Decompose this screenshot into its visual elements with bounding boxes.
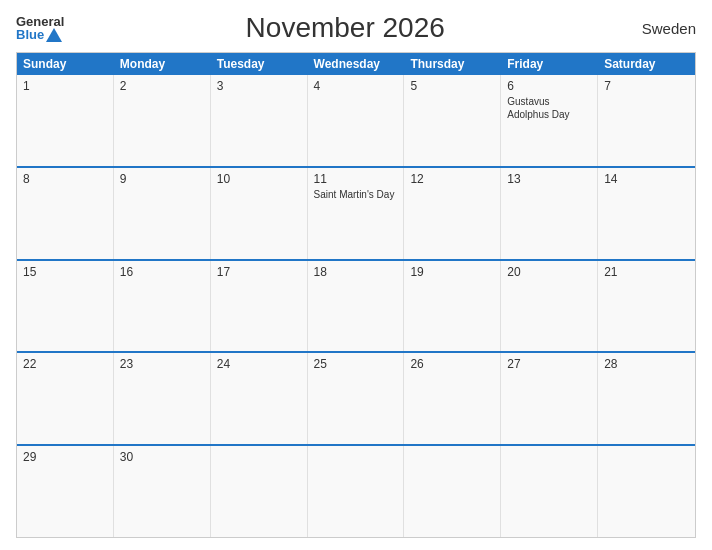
day-number: 23 — [120, 357, 204, 371]
day-cell: 22 — [17, 353, 114, 444]
day-number: 17 — [217, 265, 301, 279]
day-number: 28 — [604, 357, 689, 371]
day-cell: 29 — [17, 446, 114, 537]
day-number: 1 — [23, 79, 107, 93]
day-number: 13 — [507, 172, 591, 186]
week-row-1: 123456Gustavus Adolphus Day7 — [17, 75, 695, 166]
day-cell: 5 — [404, 75, 501, 166]
week-row-2: 891011Saint Martin's Day121314 — [17, 166, 695, 259]
day-cell: 28 — [598, 353, 695, 444]
day-cell: 25 — [308, 353, 405, 444]
week-row-3: 15161718192021 — [17, 259, 695, 352]
day-number: 19 — [410, 265, 494, 279]
logo-general-text: General — [16, 15, 64, 28]
day-header-tuesday: Tuesday — [211, 53, 308, 75]
day-number: 24 — [217, 357, 301, 371]
day-number: 29 — [23, 450, 107, 464]
day-cell: 7 — [598, 75, 695, 166]
day-number: 7 — [604, 79, 689, 93]
week-row-4: 22232425262728 — [17, 351, 695, 444]
day-cell: 30 — [114, 446, 211, 537]
day-cell: 19 — [404, 261, 501, 352]
day-cell: 10 — [211, 168, 308, 259]
day-header-sunday: Sunday — [17, 53, 114, 75]
event-label: Saint Martin's Day — [314, 188, 398, 201]
day-number: 11 — [314, 172, 398, 186]
day-header-monday: Monday — [114, 53, 211, 75]
day-number: 4 — [314, 79, 398, 93]
calendar-title: November 2026 — [64, 12, 626, 44]
day-cell: 23 — [114, 353, 211, 444]
day-number: 26 — [410, 357, 494, 371]
day-number: 3 — [217, 79, 301, 93]
logo-blue-text: Blue — [16, 28, 64, 42]
day-number: 27 — [507, 357, 591, 371]
day-cell — [308, 446, 405, 537]
day-cell: 2 — [114, 75, 211, 166]
day-cell: 15 — [17, 261, 114, 352]
day-cell: 17 — [211, 261, 308, 352]
day-cell: 12 — [404, 168, 501, 259]
day-number: 5 — [410, 79, 494, 93]
day-cell: 3 — [211, 75, 308, 166]
day-number: 6 — [507, 79, 591, 93]
day-number: 15 — [23, 265, 107, 279]
page: General Blue November 2026 Sweden Sunday… — [0, 0, 712, 550]
day-cell — [211, 446, 308, 537]
day-header-wednesday: Wednesday — [308, 53, 405, 75]
day-number: 9 — [120, 172, 204, 186]
weeks: 123456Gustavus Adolphus Day7891011Saint … — [17, 75, 695, 537]
day-cell — [404, 446, 501, 537]
day-number: 14 — [604, 172, 689, 186]
day-number: 18 — [314, 265, 398, 279]
day-header-friday: Friday — [501, 53, 598, 75]
logo-triangle-icon — [46, 28, 62, 42]
day-number: 21 — [604, 265, 689, 279]
day-number: 12 — [410, 172, 494, 186]
day-header-saturday: Saturday — [598, 53, 695, 75]
country-label: Sweden — [626, 20, 696, 37]
logo: General Blue — [16, 15, 64, 42]
day-number: 22 — [23, 357, 107, 371]
header: General Blue November 2026 Sweden — [16, 12, 696, 44]
day-cell: 18 — [308, 261, 405, 352]
day-cell: 21 — [598, 261, 695, 352]
day-headers: SundayMondayTuesdayWednesdayThursdayFrid… — [17, 53, 695, 75]
day-cell: 27 — [501, 353, 598, 444]
day-number: 10 — [217, 172, 301, 186]
day-number: 25 — [314, 357, 398, 371]
day-number: 2 — [120, 79, 204, 93]
day-header-thursday: Thursday — [404, 53, 501, 75]
day-cell — [501, 446, 598, 537]
day-cell: 9 — [114, 168, 211, 259]
day-cell: 6Gustavus Adolphus Day — [501, 75, 598, 166]
day-cell — [598, 446, 695, 537]
day-cell: 16 — [114, 261, 211, 352]
day-cell: 14 — [598, 168, 695, 259]
week-row-5: 2930 — [17, 444, 695, 537]
event-label: Gustavus Adolphus Day — [507, 95, 591, 121]
day-number: 8 — [23, 172, 107, 186]
day-cell: 1 — [17, 75, 114, 166]
day-number: 16 — [120, 265, 204, 279]
calendar: SundayMondayTuesdayWednesdayThursdayFrid… — [16, 52, 696, 538]
day-number: 30 — [120, 450, 204, 464]
day-cell: 26 — [404, 353, 501, 444]
day-cell: 24 — [211, 353, 308, 444]
day-cell: 8 — [17, 168, 114, 259]
day-cell: 4 — [308, 75, 405, 166]
day-cell: 11Saint Martin's Day — [308, 168, 405, 259]
day-number: 20 — [507, 265, 591, 279]
day-cell: 13 — [501, 168, 598, 259]
day-cell: 20 — [501, 261, 598, 352]
